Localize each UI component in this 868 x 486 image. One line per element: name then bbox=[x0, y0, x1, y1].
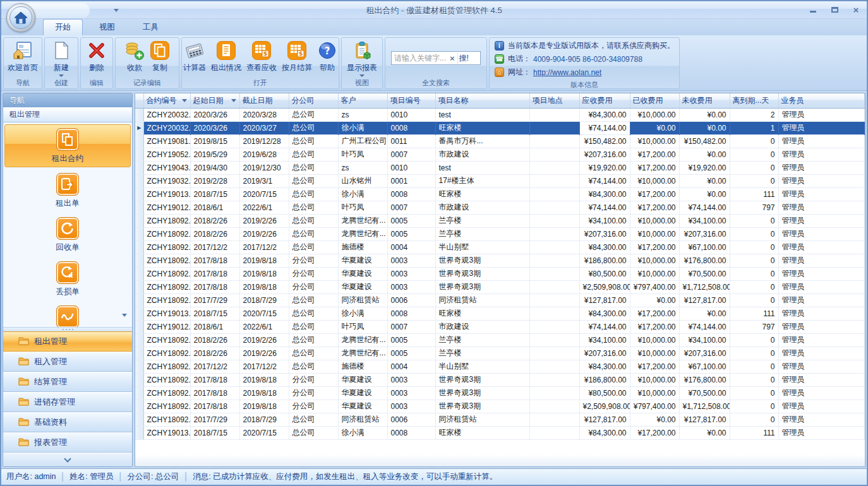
sidebar-item-return-order[interactable]: 回收单 bbox=[3, 213, 132, 257]
table-cell[interactable]: 徐小满 bbox=[338, 307, 387, 320]
table-cell[interactable]: 世界奇观3期 bbox=[435, 400, 529, 413]
table-cell[interactable]: 旺家楼 bbox=[435, 426, 529, 439]
table-cell[interactable] bbox=[529, 426, 579, 439]
table-cell[interactable]: ¥127,817.00 bbox=[679, 413, 730, 426]
app-menu-button[interactable] bbox=[6, 3, 35, 32]
table-cell[interactable]: ZCHY18092... bbox=[143, 267, 190, 280]
table-cell[interactable]: 0005 bbox=[387, 333, 435, 347]
table-cell[interactable]: ZCHY19013... bbox=[143, 307, 190, 320]
table-cell[interactable]: 管理员 bbox=[778, 426, 865, 439]
table-cell[interactable]: ¥0.00 bbox=[679, 148, 730, 161]
table-cell[interactable]: 2018/6/1 bbox=[190, 320, 239, 333]
table-cell[interactable]: ¥1,712,508.00 bbox=[679, 280, 730, 293]
table-cell[interactable]: ZCHY19012... bbox=[143, 201, 190, 214]
table-cell[interactable]: 2018/7/15 bbox=[190, 426, 239, 439]
table-cell[interactable]: 总公司 bbox=[289, 360, 338, 373]
column-header-1[interactable]: 起始日期 bbox=[190, 93, 239, 108]
table-row[interactable]: ZCHY18092...2018/2/262019/2/26总公司龙腾世纪有..… bbox=[135, 333, 865, 347]
table-cell[interactable]: 管理员 bbox=[778, 187, 865, 201]
table-cell[interactable]: 2019/8/18 bbox=[239, 373, 289, 386]
maximize-button[interactable] bbox=[829, 5, 840, 14]
table-cell[interactable]: 2020/7/15 bbox=[239, 426, 289, 439]
table-cell[interactable]: ¥10,000.00 bbox=[630, 254, 679, 267]
column-header-0[interactable]: 合约编号 bbox=[143, 93, 190, 108]
table-cell[interactable]: 797 bbox=[730, 201, 778, 214]
table-cell[interactable]: ¥0.00 bbox=[679, 426, 730, 439]
table-cell[interactable]: 2020/3/28 bbox=[239, 108, 289, 121]
table-cell[interactable]: 总公司 bbox=[289, 347, 338, 360]
table-cell[interactable]: 管理员 bbox=[778, 214, 865, 227]
table-cell[interactable]: 2018/2/26 bbox=[190, 214, 239, 227]
table-cell[interactable]: 叶巧凤 bbox=[338, 320, 387, 333]
table-cell[interactable]: 管理员 bbox=[778, 360, 865, 373]
calculator-button[interactable]: 计算器 bbox=[181, 40, 208, 74]
table-cell[interactable]: 0 bbox=[730, 293, 778, 307]
table-cell[interactable]: 0 bbox=[730, 174, 778, 187]
table-cell[interactable]: 2020/3/26 bbox=[190, 121, 239, 134]
minimize-button[interactable] bbox=[807, 5, 819, 14]
table-cell[interactable]: ¥0.00 bbox=[679, 121, 730, 134]
table-cell[interactable]: ZCHY18092... bbox=[143, 373, 190, 386]
table-row[interactable]: ZCHY19013...2018/7/152020/7/15总公司徐小满0008… bbox=[135, 187, 865, 201]
table-cell[interactable] bbox=[529, 240, 579, 254]
table-cell[interactable]: ¥176,800.00 bbox=[679, 373, 730, 386]
table-cell[interactable]: 2019/2/26 bbox=[239, 347, 289, 360]
table-cell[interactable]: 2019/6/28 bbox=[239, 148, 289, 161]
table-cell[interactable]: 总公司 bbox=[289, 320, 338, 333]
table-cell[interactable]: 徐小满 bbox=[338, 121, 387, 134]
table-cell[interactable]: 管理员 bbox=[778, 108, 865, 121]
table-cell[interactable]: 同济租赁站 bbox=[435, 413, 529, 426]
table-cell[interactable]: 0007 bbox=[387, 148, 435, 161]
table-cell[interactable]: 2020/3/27 bbox=[239, 121, 289, 134]
table-cell[interactable]: 龙腾世纪有... bbox=[338, 333, 387, 347]
table-cell[interactable]: 2019/12/28 bbox=[239, 134, 289, 148]
table-cell[interactable]: ¥17,200.00 bbox=[630, 307, 679, 320]
table-cell[interactable]: 0 bbox=[730, 254, 778, 267]
table-cell[interactable]: 总公司 bbox=[289, 201, 338, 214]
table-cell[interactable]: 华夏建设 bbox=[338, 386, 387, 400]
table-cell[interactable]: 0004 bbox=[387, 240, 435, 254]
help-button[interactable]: ? 帮助 bbox=[315, 40, 340, 74]
table-cell[interactable]: ¥10,000.00 bbox=[630, 134, 679, 148]
table-cell[interactable]: 2017/8/18 bbox=[190, 400, 239, 413]
column-header-5[interactable]: 项目编号 bbox=[387, 93, 435, 108]
table-cell[interactable]: 0 bbox=[730, 227, 778, 240]
table-cell[interactable]: ZCHY18092... bbox=[143, 386, 190, 400]
table-cell[interactable]: 华夏建设 bbox=[338, 400, 387, 413]
table-cell[interactable] bbox=[529, 148, 579, 161]
close-button[interactable]: × bbox=[850, 5, 862, 14]
table-cell[interactable]: ¥10,000.00 bbox=[630, 347, 679, 360]
table-cell[interactable]: 2019/8/18 bbox=[239, 386, 289, 400]
table-row[interactable]: ZCHY18092...2018/2/262019/2/26总公司龙腾世纪有..… bbox=[135, 227, 865, 240]
sidebar-group-rent-in-mgmt[interactable]: 租入管理 bbox=[3, 352, 132, 372]
table-cell[interactable]: ¥17,200.00 bbox=[630, 240, 679, 254]
table-cell[interactable]: ZCHY19043... bbox=[143, 161, 190, 174]
table-cell[interactable]: 2019/8/18 bbox=[239, 280, 289, 293]
table-cell[interactable]: ¥150,482.00 bbox=[579, 134, 630, 148]
table-cell[interactable]: 半山别墅 bbox=[435, 240, 529, 254]
sidebar-group-rent-out-mgmt[interactable]: 租出管理 bbox=[3, 331, 132, 352]
table-cell[interactable]: zs bbox=[338, 161, 387, 174]
table-cell[interactable]: ¥10,000.00 bbox=[630, 333, 679, 347]
table-cell[interactable]: 管理员 bbox=[778, 227, 865, 240]
table-row[interactable]: ▶ZCHY20032...2020/3/262020/3/27总公司徐小满000… bbox=[135, 121, 865, 134]
table-cell[interactable]: ¥1,712,508.00 bbox=[679, 400, 730, 413]
table-cell[interactable]: 0006 bbox=[387, 293, 435, 307]
table-cell[interactable]: 2019/8/15 bbox=[190, 134, 239, 148]
table-cell[interactable]: 2020/7/15 bbox=[239, 307, 289, 320]
table-cell[interactable]: ¥74,144.00 bbox=[579, 174, 630, 187]
table-cell[interactable]: ¥17,200.00 bbox=[630, 320, 679, 333]
table-cell[interactable]: 2018/6/1 bbox=[190, 201, 239, 214]
table-cell[interactable]: 兰亭楼 bbox=[435, 347, 529, 360]
table-cell[interactable]: 同济租赁站 bbox=[338, 293, 387, 307]
table-cell[interactable]: 0 bbox=[730, 280, 778, 293]
table-row[interactable]: ZCHY19013...2018/7/152020/7/15总公司徐小满0008… bbox=[135, 426, 865, 439]
sidebar-item-price-adjust[interactable]: 调价单 bbox=[3, 301, 132, 327]
delete-button[interactable]: 删除 bbox=[84, 40, 109, 74]
table-cell[interactable]: ¥207,316.00 bbox=[679, 347, 730, 360]
column-header-8[interactable]: 应收费用 bbox=[579, 93, 630, 108]
new-button[interactable]: 新建 bbox=[49, 40, 74, 78]
table-cell[interactable]: 0 bbox=[730, 360, 778, 373]
table-cell[interactable]: 0 bbox=[730, 240, 778, 254]
table-cell[interactable] bbox=[529, 134, 579, 148]
